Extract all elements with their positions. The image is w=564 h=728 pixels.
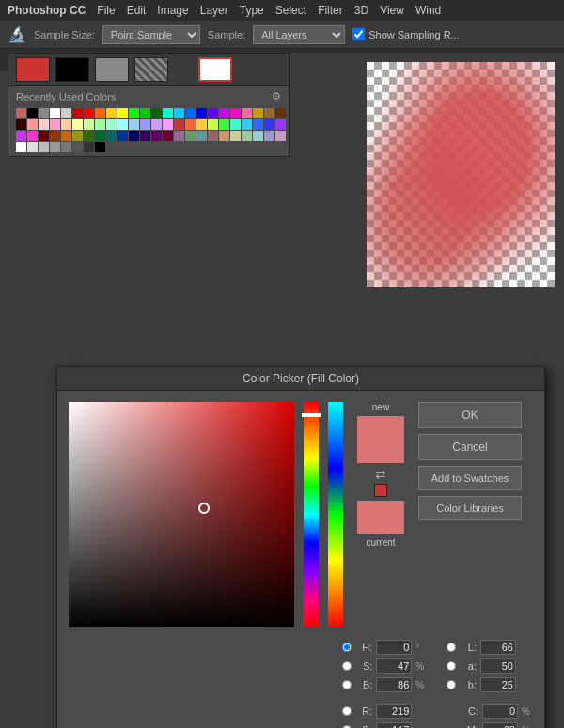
swatch-cell[interactable]	[50, 142, 60, 152]
menu-filter[interactable]: Filter	[318, 4, 343, 17]
swatch-cell[interactable]	[140, 131, 150, 141]
swatch-cell[interactable]	[151, 131, 162, 141]
color-gradient-picker[interactable]	[69, 402, 294, 627]
swatch-cell[interactable]	[106, 108, 117, 118]
swatch-cell[interactable]	[72, 142, 83, 152]
gear-icon[interactable]: ⚙	[272, 90, 281, 102]
swatch-cell[interactable]	[129, 119, 139, 130]
swatch-cell[interactable]	[118, 131, 128, 141]
small-color-square[interactable]	[374, 484, 387, 497]
radio-a[interactable]	[446, 661, 456, 671]
swatch-cell[interactable]	[151, 119, 162, 130]
field-s-input[interactable]	[376, 658, 412, 674]
swatch-cell[interactable]	[61, 131, 71, 141]
cancel-button[interactable]: Cancel	[418, 434, 522, 460]
swatch-cell[interactable]	[39, 131, 49, 141]
field-l-input[interactable]	[480, 640, 516, 655]
swatch-cell[interactable]	[106, 131, 117, 141]
ok-button[interactable]: OK	[418, 402, 522, 428]
swatch-cell[interactable]	[16, 108, 26, 118]
radio-blab[interactable]	[446, 680, 456, 689]
swatch-cell[interactable]	[84, 119, 94, 130]
new-color-box[interactable]	[357, 416, 404, 463]
hue-slider[interactable]	[304, 402, 319, 627]
gray-swatch[interactable]	[95, 57, 129, 82]
radio-h[interactable]	[342, 643, 352, 652]
field-g-input[interactable]	[376, 722, 412, 728]
swatch-cell[interactable]	[196, 108, 207, 118]
sample-size-select[interactable]: Point Sample 3 by 3 Average 5 by 5 Avera…	[102, 25, 200, 44]
current-color-box[interactable]	[357, 501, 404, 534]
menu-layer[interactable]: Layer	[200, 4, 228, 17]
swatch-cell[interactable]	[163, 108, 173, 118]
show-sampling-checkbox[interactable]	[352, 28, 365, 40]
swatch-cell[interactable]	[140, 108, 150, 118]
swatch-cell[interactable]	[185, 131, 196, 141]
swatch-cell[interactable]	[208, 119, 218, 130]
swatch-cell[interactable]	[61, 119, 71, 130]
field-blab-input[interactable]	[480, 677, 516, 692]
white-red-swatch[interactable]	[198, 57, 232, 82]
swatch-cell[interactable]	[185, 119, 196, 130]
swatch-cell[interactable]	[84, 108, 94, 118]
swatch-cell[interactable]	[196, 119, 207, 130]
swatch-cell[interactable]	[27, 119, 38, 130]
radio-s[interactable]	[342, 661, 352, 671]
field-r-input[interactable]	[376, 704, 412, 719]
swatch-cell[interactable]	[50, 131, 60, 141]
swatch-cell[interactable]	[61, 108, 71, 118]
swatch-cell[interactable]	[106, 119, 117, 130]
menu-edit[interactable]: Edit	[127, 4, 147, 17]
field-c-input[interactable]	[482, 704, 518, 719]
swatch-cell[interactable]	[118, 108, 128, 118]
swatch-cell[interactable]	[27, 108, 38, 118]
swatch-cell[interactable]	[16, 119, 26, 130]
swatch-cell[interactable]	[264, 119, 274, 130]
menu-type[interactable]: Type	[240, 4, 264, 17]
background-color-swatch[interactable]	[55, 57, 89, 82]
swatch-cell[interactable]	[174, 108, 184, 118]
swatch-cell[interactable]	[72, 131, 83, 141]
swatch-cell[interactable]	[84, 142, 94, 152]
swatch-cell[interactable]	[208, 131, 218, 141]
swatch-cell[interactable]	[16, 142, 26, 152]
swatch-cell[interactable]	[230, 131, 241, 141]
swatch-cell[interactable]	[61, 142, 71, 152]
eyedropper-tool-icon[interactable]: 🔬	[8, 25, 26, 43]
swatch-cell[interactable]	[27, 131, 38, 141]
swatch-cell[interactable]	[39, 142, 49, 152]
swatch-cell[interactable]	[151, 108, 162, 118]
show-sampling-label[interactable]: Show Sampling R...	[352, 28, 460, 40]
swatch-cell[interactable]	[95, 119, 105, 130]
field-m-input[interactable]	[482, 722, 518, 728]
radio-l[interactable]	[446, 643, 456, 652]
swatch-cell[interactable]	[242, 131, 252, 141]
menu-view[interactable]: View	[380, 4, 404, 17]
swatch-cell[interactable]	[50, 108, 60, 118]
swatch-cell[interactable]	[95, 142, 105, 152]
sample-select[interactable]: All Layers Current Layer	[253, 25, 345, 44]
swatch-cell[interactable]	[163, 119, 173, 130]
swatch-cell[interactable]	[72, 119, 83, 130]
swatch-cell[interactable]	[242, 108, 252, 118]
swatch-cell[interactable]	[39, 119, 49, 130]
swatch-cell[interactable]	[253, 119, 263, 130]
swatch-cell[interactable]	[275, 119, 286, 130]
swatch-cell[interactable]	[208, 108, 218, 118]
foreground-color-swatch[interactable]	[16, 57, 50, 82]
swatch-cell[interactable]	[230, 108, 241, 118]
swatch-cell[interactable]	[264, 131, 274, 141]
swatch-cell[interactable]	[242, 119, 252, 130]
swatch-cell[interactable]	[140, 119, 150, 130]
field-h-input[interactable]	[376, 640, 412, 655]
menu-image[interactable]: Image	[157, 4, 188, 17]
hue-slider-container[interactable]	[304, 402, 319, 627]
swatch-cell[interactable]	[196, 131, 207, 141]
swatch-cell[interactable]	[95, 131, 105, 141]
swatch-cell[interactable]	[253, 108, 263, 118]
swatch-cell[interactable]	[129, 108, 139, 118]
field-a-input[interactable]	[480, 658, 516, 674]
radio-b[interactable]	[342, 680, 352, 689]
swatch-cell[interactable]	[27, 142, 38, 152]
field-b-input[interactable]	[376, 677, 412, 692]
